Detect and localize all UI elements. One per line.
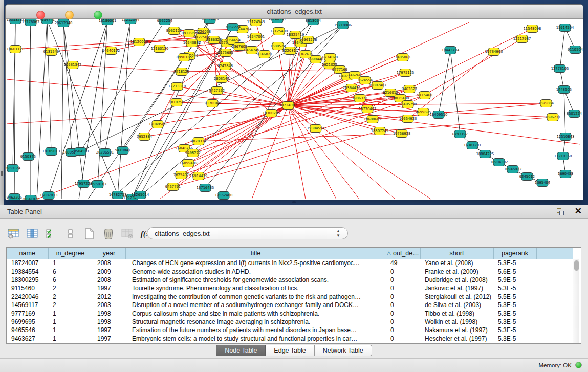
table-cell[interactable]: Yano et al. (2008): [420, 259, 493, 267]
graph-node[interactable]: 17210350: [554, 152, 572, 160]
table-cell[interactable]: 5.3E-5: [493, 335, 536, 343]
graph-node[interactable]: 8813054: [306, 19, 321, 25]
graph-node[interactable]: 9562254: [157, 19, 172, 25]
table-cell[interactable]: 2009: [93, 267, 125, 275]
table-row[interactable]: 977716911998Corpus callosum shape and si…: [7, 309, 573, 317]
table-cell[interactable]: 0: [386, 309, 420, 317]
graph-node[interactable]: 7954741: [39, 19, 55, 24]
graph-node[interactable]: 8878334: [191, 138, 206, 145]
graph-node[interactable]: 16381201: [464, 142, 482, 149]
graph-edge[interactable]: [192, 43, 288, 105]
graph-node[interactable]: 9110504: [568, 46, 583, 54]
graph-edge[interactable]: [51, 37, 202, 52]
graph-node[interactable]: 1395404: [535, 179, 550, 187]
graph-node[interactable]: 8950124: [6, 165, 20, 172]
citation-network-graph[interactable]: 1872400799904486734028192102297771696497…: [6, 19, 583, 200]
graph-node[interactable]: 12773105: [551, 65, 569, 73]
table-cell[interactable]: 2: [48, 293, 93, 301]
graph-node[interactable]: 9457791: [165, 183, 181, 191]
graph-node[interactable]: 18120020: [130, 38, 148, 46]
graph-edge[interactable]: [439, 50, 450, 115]
table-cell[interactable]: 5.3E-5: [493, 301, 536, 309]
table-row[interactable]: 1872400712008Changes of HCN gene express…: [7, 259, 573, 267]
graph-node[interactable]: 7857224: [225, 24, 241, 31]
column-header-in_degree[interactable]: in_degree: [48, 248, 93, 259]
table-cell[interactable]: 1: [48, 259, 93, 267]
table-scrollbar[interactable]: [573, 259, 579, 343]
graph-node[interactable]: 3624554: [357, 77, 373, 84]
graph-node[interactable]: 12213319: [168, 83, 186, 91]
table-cell[interactable]: [536, 318, 573, 326]
table-cell[interactable]: 1998: [93, 309, 125, 317]
graph-node[interactable]: 18807249: [371, 127, 389, 135]
table-cell[interactable]: 5.3E-5: [493, 318, 536, 326]
graph-edge[interactable]: [288, 105, 336, 199]
graph-node[interactable]: 9463627: [402, 85, 417, 93]
table-cell[interactable]: 9699695: [7, 318, 48, 326]
splitter-handle[interactable]: [292, 201, 296, 203]
graph-node[interactable]: 14640102: [102, 47, 120, 55]
graph-node[interactable]: 19654923: [399, 115, 417, 123]
table-cell[interactable]: 19384554: [7, 267, 48, 275]
table-row[interactable]: 1938455462009Genome-wide association stu…: [7, 267, 573, 275]
table-cell[interactable]: 5.9E-5: [493, 276, 536, 284]
table-cell[interactable]: 6: [48, 276, 93, 284]
table-cell[interactable]: [536, 284, 573, 292]
graph-node[interactable]: 9498222: [185, 149, 201, 157]
table-cell[interactable]: 9115460: [7, 284, 48, 292]
table-cell[interactable]: 2008: [93, 259, 125, 267]
column-header-year[interactable]: year: [93, 248, 125, 259]
table-cell[interactable]: Structural magnetic resonance image aver…: [125, 318, 386, 326]
column-header-name[interactable]: name: [7, 248, 48, 259]
table-cell[interactable]: 5.3E-5: [493, 309, 536, 317]
graph-node[interactable]: 9150375: [20, 153, 36, 161]
graph-node[interactable]: 18105013: [42, 148, 60, 156]
table-cell[interactable]: 2003: [93, 301, 125, 309]
table-cell[interactable]: 5.5E-5: [493, 293, 536, 301]
graph-node[interactable]: 16547001: [247, 33, 265, 41]
graph-node[interactable]: 10688609: [364, 116, 382, 123]
table-cell[interactable]: 5.6E-5: [493, 267, 536, 275]
column-header-title[interactable]: title: [125, 248, 386, 259]
row-height-icon[interactable]: [62, 226, 79, 242]
table-cell[interactable]: 9777169: [7, 309, 48, 317]
table-cell[interactable]: 2012: [93, 293, 125, 301]
table-selector-dropdown[interactable]: citations_edges.txt ▲▼: [147, 227, 348, 239]
graph-node[interactable]: 1690433: [558, 170, 573, 178]
graph-node[interactable]: 8501224: [567, 110, 582, 118]
graph-node[interactable]: 26206501: [96, 149, 114, 157]
close-panel-icon[interactable]: ✕: [575, 207, 582, 216]
table-cell[interactable]: 0: [386, 293, 420, 301]
node-table[interactable]: namein_degreeyeartitle△out_de…shortpager…: [6, 247, 581, 344]
table-cell[interactable]: 6: [48, 267, 93, 275]
graph-node[interactable]: 6793197: [452, 130, 468, 138]
graph-edge[interactable]: [288, 105, 359, 199]
graph-edge[interactable]: [37, 20, 47, 199]
table-cell[interactable]: Wolkin et al. (1998): [420, 318, 493, 326]
graph-node[interactable]: 10807487: [369, 82, 387, 90]
window-titlebar[interactable]: citations_edges.txt: [6, 5, 583, 19]
graph-edge[interactable]: [28, 22, 31, 157]
table-cell[interactable]: 2: [48, 284, 93, 292]
graph-edge[interactable]: [288, 105, 306, 199]
table-cell[interactable]: Disruption of a novel member of a sodium…: [125, 301, 386, 309]
table-row[interactable]: 969969511998Structural magnetic resonanc…: [7, 318, 573, 326]
table-cell[interactable]: 0: [386, 267, 420, 275]
graph-node[interactable]: 15276062: [22, 19, 40, 26]
table-cell[interactable]: [536, 276, 573, 284]
table-cell[interactable]: 1997: [93, 284, 125, 292]
graph-node[interactable]: 19734903: [485, 48, 503, 56]
graph-node[interactable]: 19443794: [442, 47, 460, 54]
scrollbar-thumb[interactable]: [574, 260, 579, 271]
graph-node[interactable]: 16189001: [99, 19, 117, 25]
graph-node[interactable]: 10945922: [504, 166, 522, 173]
graph-node[interactable]: 15722457: [269, 19, 287, 23]
table-cell[interactable]: 5.3E-5: [493, 284, 536, 292]
table-cell[interactable]: [536, 301, 573, 309]
table-settings-icon[interactable]: [5, 226, 23, 242]
column-header-short[interactable]: short: [420, 248, 493, 259]
table-cell[interactable]: 1: [48, 335, 93, 343]
graph-node[interactable]: 11548098: [524, 25, 541, 33]
table-cell[interactable]: 1997: [93, 326, 125, 334]
graph-node[interactable]: 13716485: [197, 184, 214, 192]
